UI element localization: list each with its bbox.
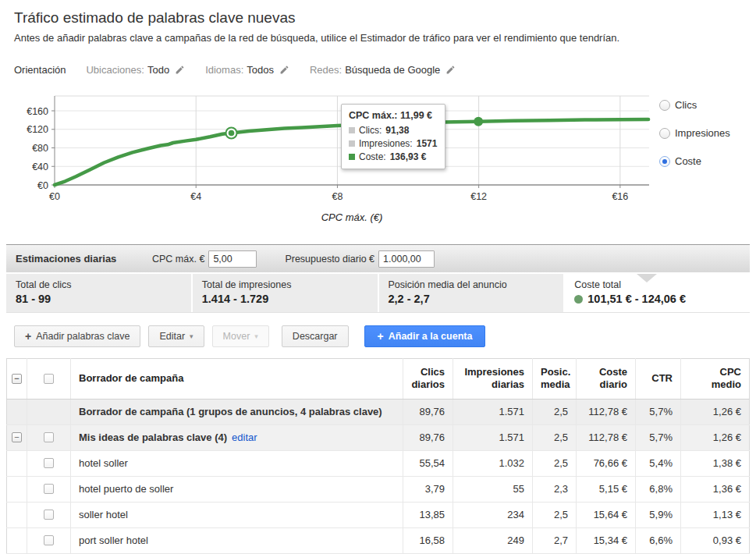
- collapse-cell: [7, 476, 27, 502]
- cell-impresiones: 249: [453, 527, 533, 553]
- chevron-down-icon: ▾: [190, 332, 193, 340]
- column-header-impresiones[interactable]: Impresiones diarias: [453, 359, 533, 400]
- cell-posic: 2,5: [533, 502, 577, 527]
- cell-impresiones: 1.571: [453, 424, 533, 450]
- edit-link[interactable]: editar: [232, 431, 257, 443]
- orientation-label: Orientación: [14, 64, 66, 76]
- estimate-panel[interactable]: Posición media del anuncio2,2 - 2,7: [379, 274, 564, 312]
- cell-clics: 13,85: [403, 502, 453, 527]
- x-tick-label: €0: [49, 191, 60, 202]
- column-header-cpc[interactable]: CPC medio: [681, 359, 750, 400]
- tooltip-label: Clics:: [359, 125, 382, 136]
- cell-ctr: 5,4%: [636, 450, 681, 476]
- edit-pencil-icon[interactable]: [175, 65, 185, 75]
- cell-clics: 89,76: [403, 399, 453, 424]
- metric-radio-clics[interactable]: Clics: [659, 99, 730, 111]
- estimate-label: Total de clics: [16, 279, 191, 290]
- collapse-all-toggle[interactable]: −: [12, 374, 22, 384]
- cell-coste: 112,78 €: [577, 424, 636, 450]
- radio-icon: [659, 100, 670, 111]
- cell-coste: 15,34 €: [577, 527, 636, 553]
- filter-label: Idiomas:: [205, 64, 243, 76]
- filter-value: Todo: [147, 64, 169, 76]
- edit-pencil-icon[interactable]: [279, 65, 289, 75]
- estimate-panel[interactable]: Total de clics81 - 99: [6, 274, 191, 312]
- cell-posic: 2,3: [533, 476, 577, 502]
- download-button[interactable]: Descargar: [282, 325, 349, 347]
- plus-icon: +: [378, 330, 384, 343]
- y-tick-label: €0: [37, 180, 48, 191]
- cell-cpc: 1,38 €: [681, 450, 750, 476]
- table-row-keyword: hotel soller55,541.0322,576,66 €5,4%1,38…: [7, 450, 750, 476]
- cell-cpc: 1,26 €: [681, 399, 750, 424]
- row-checkbox[interactable]: [44, 458, 54, 468]
- move-dropdown-button: Mover ▾: [212, 325, 269, 347]
- table-header-row: − Borrador de campaña Clics diarios Impr…: [7, 359, 750, 400]
- cell-coste: 15,64 €: [577, 502, 636, 527]
- row-name: Mis ideas de palabras clave (4)editar: [71, 424, 403, 450]
- collapse-cell: −: [7, 424, 27, 450]
- column-header-coste[interactable]: Coste diario: [577, 359, 636, 400]
- table-row-adgroup: −Mis ideas de palabras clave (4)editar89…: [7, 424, 750, 450]
- x-tick-label: €4: [190, 191, 201, 202]
- chart-tooltip: CPC máx.: 11,99 € Clics:91,38Impresiones…: [341, 104, 445, 169]
- daily-budget-label: Presupuesto diario €: [285, 254, 374, 265]
- traffic-estimate-chart: €0€40€80€120€160€0€4€8€12€16: [0, 93, 655, 208]
- collapse-cell: [7, 502, 27, 527]
- cell-clics: 55,54: [403, 450, 453, 476]
- cell-cpc: 0,93 €: [681, 527, 750, 553]
- cell-ctr: 6,8%: [636, 476, 681, 502]
- row-checkbox[interactable]: [44, 484, 54, 494]
- y-tick-label: €40: [32, 162, 48, 172]
- page-title: Tráfico estimado de palabras clave nueva…: [14, 9, 742, 27]
- row-name: hotel puerto de soller: [71, 476, 403, 502]
- checkbox-cell: [27, 424, 71, 450]
- cell-posic: 2,7: [533, 527, 577, 553]
- row-checkbox[interactable]: [44, 535, 54, 545]
- collapse-toggle[interactable]: −: [12, 432, 22, 442]
- column-header-ctr[interactable]: CTR: [636, 359, 681, 400]
- tooltip-label: Impresiones:: [359, 138, 413, 149]
- estimate-panel[interactable]: Coste total101,51 € - 124,06 €: [565, 274, 750, 312]
- edit-label: Editar: [159, 331, 185, 342]
- estimate-panel[interactable]: Total de impresiones1.414 - 1.729: [193, 274, 378, 312]
- select-all-checkbox[interactable]: [44, 374, 54, 384]
- column-header-posic[interactable]: Posic. media: [533, 359, 577, 400]
- cpc-max-input[interactable]: [208, 250, 257, 268]
- x-tick-label: €12: [470, 191, 487, 202]
- radio-label: Clics: [675, 99, 697, 111]
- estimate-label: Coste total: [574, 279, 750, 290]
- row-checkbox[interactable]: [44, 510, 54, 520]
- series-swatch: [349, 154, 355, 160]
- tooltip-row: Impresiones:1571: [349, 138, 438, 149]
- row-name: hotel soller: [71, 450, 403, 476]
- daily-budget-input[interactable]: [378, 250, 435, 268]
- cell-ctr: 5,9%: [636, 502, 681, 527]
- cell-clics: 3,79: [403, 476, 453, 502]
- table-row-keyword: hotel puerto de soller3,79552,35,15 €6,8…: [7, 476, 750, 502]
- add-to-account-button[interactable]: + Añadir a la cuenta: [364, 325, 486, 347]
- column-header-clics[interactable]: Clics diarios: [403, 359, 453, 400]
- x-tick-label: €16: [612, 191, 628, 202]
- metric-radio-coste[interactable]: Coste: [659, 155, 730, 167]
- radio-label: Coste: [675, 155, 701, 167]
- table-row-keyword: soller hotel13,852342,515,64 €5,9%1,13 €: [7, 502, 750, 527]
- edit-dropdown-button[interactable]: Editar ▾: [148, 325, 204, 347]
- cell-ctr: 5,7%: [636, 399, 681, 424]
- metric-radio-impresiones[interactable]: Impresiones: [659, 127, 730, 139]
- row-checkbox[interactable]: [44, 432, 54, 442]
- filter-label: Ubicaciones:: [86, 64, 144, 76]
- filter-item: Idiomas:Todos: [205, 64, 289, 76]
- add-to-account-label: Añadir a la cuenta: [389, 331, 473, 342]
- estimate-value: 101,51 € - 124,06 €: [574, 293, 750, 305]
- add-keywords-button[interactable]: + Añadir palabras clave: [14, 325, 140, 347]
- checkbox-cell: [27, 399, 71, 424]
- series-dot-icon: [574, 295, 583, 304]
- radio-icon: [659, 128, 670, 139]
- series-swatch: [349, 127, 355, 133]
- edit-pencil-icon[interactable]: [445, 65, 456, 75]
- column-header-campaign[interactable]: Borrador de campaña: [71, 359, 403, 400]
- cell-posic: 2,5: [533, 424, 577, 450]
- hover-point-marker[interactable]: [474, 117, 483, 126]
- radio-icon: [659, 156, 670, 167]
